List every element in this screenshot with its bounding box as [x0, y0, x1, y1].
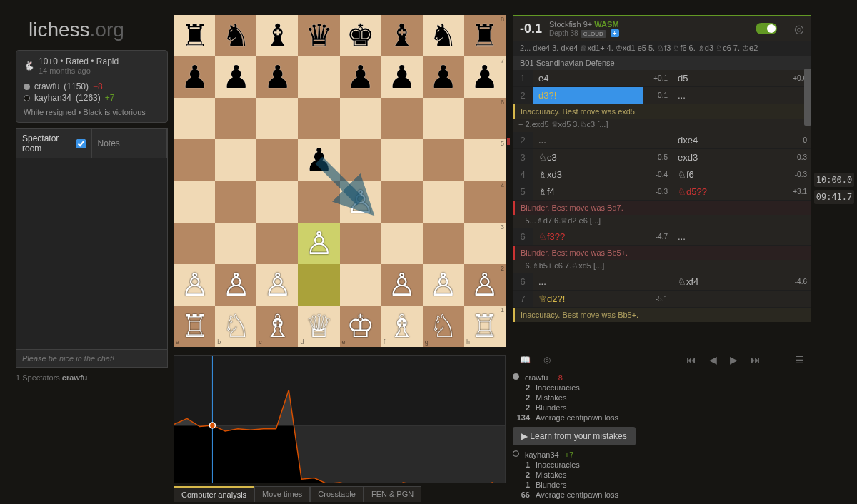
analysis-tab-move-times[interactable]: Move times — [254, 486, 310, 502]
square-h2[interactable]: ♙2 — [464, 264, 506, 306]
move[interactable]: ... — [672, 87, 783, 104]
move[interactable]: ... — [672, 228, 783, 245]
piece[interactable]: ♙ — [346, 186, 374, 218]
square-f6[interactable] — [381, 98, 423, 139]
square-c2[interactable]: ♙ — [256, 264, 298, 306]
square-f1[interactable]: ♗f — [381, 306, 423, 347]
piece[interactable]: ♟ — [346, 61, 374, 93]
square-d8[interactable]: ♛ — [298, 15, 339, 56]
chess-board[interactable]: ♜♞♝♛♚♝♞♜8♟♟♟♟♟♟♟76♟5♙4♙3♙♙♙♙♙♙2♖a♘b♗c♕d♔… — [174, 15, 506, 347]
analysis-tab-fen-pgn[interactable]: FEN & PGN — [364, 486, 421, 502]
move[interactable]: ♘xf4 — [672, 273, 783, 290]
summary-player[interactable]: crawfu — [525, 373, 548, 382]
square-a6[interactable] — [174, 98, 215, 139]
piece[interactable]: ♟ — [471, 61, 498, 93]
square-b7[interactable]: ♟ — [215, 56, 256, 98]
tab-notes[interactable]: Notes — [92, 129, 168, 158]
piece[interactable]: ♙ — [471, 269, 498, 301]
square-b1[interactable]: ♘b — [215, 306, 256, 347]
square-f3[interactable] — [381, 223, 423, 264]
piece[interactable]: ♟ — [264, 61, 291, 93]
piece[interactable]: ♚ — [346, 20, 374, 51]
hamburger-icon[interactable]: ☰ — [795, 354, 804, 366]
move[interactable]: d3?! — [533, 87, 643, 104]
move[interactable]: ♘d5?? — [672, 183, 783, 200]
summary-player[interactable]: kayhan34 — [525, 450, 559, 459]
square-f8[interactable]: ♝ — [381, 15, 423, 56]
square-e1[interactable]: ♔e — [340, 306, 381, 347]
square-c4[interactable] — [256, 181, 298, 223]
variation[interactable]: − 5...♗d7 6.♕d2 e6 [...] — [513, 215, 811, 228]
piece[interactable]: ♙ — [264, 269, 291, 301]
square-a4[interactable] — [174, 181, 215, 223]
square-b5[interactable] — [215, 139, 256, 181]
square-f5[interactable] — [381, 139, 423, 181]
piece[interactable]: ♜ — [181, 20, 209, 51]
learn-from-mistakes-button[interactable]: ▶ Learn from your mistakes — [513, 427, 636, 445]
square-h7[interactable]: ♟7 — [464, 56, 506, 98]
piece[interactable]: ♗ — [388, 311, 416, 342]
move[interactable]: ♗xd3 — [533, 166, 643, 183]
square-d7[interactable] — [298, 56, 339, 98]
square-e8[interactable]: ♚ — [340, 15, 381, 56]
square-a2[interactable]: ♙ — [174, 264, 215, 306]
square-c1[interactable]: ♗c — [256, 306, 298, 347]
piece[interactable]: ♘ — [429, 311, 457, 342]
square-d5[interactable]: ♟ — [298, 139, 339, 181]
target-icon[interactable]: ◎ — [543, 355, 551, 365]
square-h4[interactable]: 4 — [464, 181, 506, 223]
square-d6[interactable] — [298, 98, 339, 139]
square-b4[interactable] — [215, 181, 256, 223]
square-f7[interactable]: ♟ — [381, 56, 423, 98]
square-a7[interactable]: ♟ — [174, 56, 215, 98]
engine-pv[interactable]: 2... dxe4 3. dxe4 ♕xd1+ 4. ♔xd1 e5 5. ♘f… — [513, 41, 811, 56]
move[interactable]: ♘f6 — [672, 166, 783, 183]
square-c5[interactable] — [256, 139, 298, 181]
analysis-tab-computer-analysis[interactable]: Computer analysis — [174, 486, 254, 502]
move[interactable]: ♘f3?? — [533, 228, 643, 245]
piece[interactable]: ♝ — [388, 20, 416, 51]
move[interactable]: ♕d2?! — [533, 291, 643, 307]
square-c7[interactable]: ♟ — [256, 56, 298, 98]
piece[interactable]: ♗ — [264, 311, 291, 342]
move[interactable] — [672, 296, 783, 302]
square-e5[interactable] — [340, 139, 381, 181]
piece[interactable]: ♟ — [181, 61, 209, 93]
square-e6[interactable] — [340, 98, 381, 139]
chat-input[interactable] — [16, 350, 168, 368]
add-line-button[interactable]: + — [611, 29, 619, 37]
piece[interactable]: ♘ — [222, 311, 250, 342]
piece[interactable]: ♕ — [305, 311, 333, 342]
square-d4[interactable] — [298, 181, 339, 223]
square-c8[interactable]: ♝ — [256, 15, 298, 56]
piece[interactable]: ♜ — [471, 20, 498, 51]
chat-toggle-checkbox[interactable] — [76, 139, 86, 148]
square-e2[interactable] — [340, 264, 381, 306]
square-h3[interactable]: 3 — [464, 223, 506, 264]
square-c6[interactable] — [256, 98, 298, 139]
square-f2[interactable]: ♙ — [381, 264, 423, 306]
tab-spectator-room[interactable]: Spectator room — [16, 129, 92, 158]
square-a8[interactable]: ♜ — [174, 15, 215, 56]
move[interactable]: exd3 — [672, 149, 783, 166]
square-a5[interactable] — [174, 139, 215, 181]
square-a1[interactable]: ♖a — [174, 306, 215, 347]
piece[interactable]: ♖ — [471, 311, 498, 342]
square-e7[interactable]: ♟ — [340, 56, 381, 98]
nav-first-button[interactable]: ⏮ — [686, 354, 696, 366]
square-h6[interactable]: 6 — [464, 98, 506, 139]
book-icon[interactable]: 📖 — [520, 355, 531, 365]
move[interactable]: ♗f4 — [533, 183, 643, 200]
square-g8[interactable]: ♞ — [423, 15, 464, 56]
square-a3[interactable] — [174, 223, 215, 264]
piece[interactable]: ♙ — [222, 269, 250, 301]
move[interactable]: ... — [533, 132, 643, 148]
square-d3[interactable]: ♙ — [298, 223, 339, 264]
player-black[interactable]: kayhan34 (1263) +7 — [24, 92, 160, 104]
square-b2[interactable]: ♙ — [215, 264, 256, 306]
piece[interactable]: ♛ — [305, 20, 333, 51]
piece[interactable]: ♙ — [181, 269, 209, 301]
player-white[interactable]: crawfu (1150) −8 — [24, 81, 160, 92]
piece[interactable]: ♙ — [388, 269, 416, 301]
square-g6[interactable] — [423, 98, 464, 139]
